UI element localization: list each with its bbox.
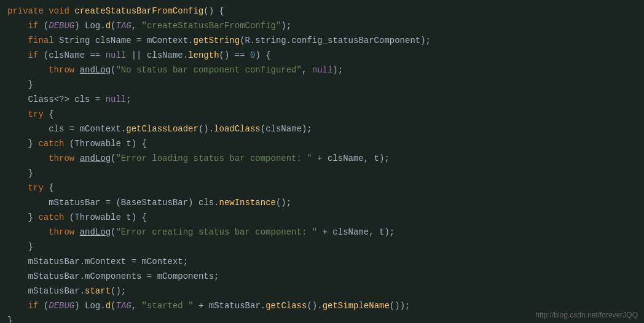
punct: {	[49, 107, 53, 121]
indent-1	[7, 19, 28, 33]
code-line-2: if ( DEBUG ) Log . d ( TAG , "createStat…	[0, 18, 644, 33]
punct: ) {	[132, 137, 147, 150]
close-brace5: }	[28, 240, 33, 254]
keyword-throw2: throw	[49, 152, 79, 165]
method-start: start	[85, 284, 111, 298]
keyword-if2: if	[28, 49, 44, 62]
andlog-method3: andLog	[80, 225, 111, 239]
cls-ref2: cls	[198, 196, 214, 209]
punct: );	[379, 152, 390, 165]
var-cls: cls	[74, 93, 95, 106]
indent-1	[7, 181, 28, 195]
op-plus3: +	[194, 299, 209, 313]
num-zero: 0	[250, 49, 255, 62]
code-editor: private void createStatusBarFromConfig (…	[0, 0, 644, 323]
r-string2: string	[255, 34, 286, 47]
method-length: length	[188, 49, 219, 62]
keyword-throw: throw	[49, 63, 79, 77]
punct: ;	[183, 255, 188, 268]
method-getsimplename: getSimpleName	[323, 299, 390, 313]
close-brace3: }	[28, 166, 33, 180]
debug-var2: DEBUG	[49, 299, 74, 313]
keyword-null3: null	[106, 93, 127, 106]
op-eq3: =	[69, 122, 80, 136]
punct: ());	[390, 299, 410, 313]
indent-1	[7, 49, 28, 62]
keyword-void: void	[49, 4, 74, 18]
punct: ().	[307, 299, 322, 313]
code-line-16: throw andLog ( "Error creating status ba…	[0, 225, 644, 239]
punct: );	[302, 122, 312, 136]
code-line-12: }	[0, 166, 644, 181]
type-basestatusbar: BaseStatusBar	[121, 196, 188, 209]
config-val: config_statusBarComponent	[291, 34, 420, 47]
punct: ();	[111, 284, 126, 298]
indent-2	[7, 225, 49, 239]
punct: (	[111, 299, 116, 313]
tag-var: TAG	[116, 19, 132, 33]
type-class: Class	[28, 93, 54, 106]
punct: (	[111, 63, 116, 77]
var-t: t	[126, 137, 131, 150]
method-loadclass: loadClass	[214, 122, 261, 136]
field-mcomponents: mComponents	[85, 270, 147, 283]
punct: )	[74, 299, 85, 313]
punct: ,	[302, 63, 312, 77]
indent-1	[7, 299, 28, 313]
string-started: "started "	[142, 299, 194, 313]
punct: .	[286, 34, 291, 47]
op-or: ||	[132, 49, 147, 62]
close-brace2: }	[28, 137, 39, 150]
punct: (	[69, 137, 74, 150]
punct: {	[49, 181, 53, 195]
code-line-18: mStatusBar . mContext = mContext ;	[0, 254, 644, 269]
code-line-20: mStatusBar . start ();	[0, 284, 644, 298]
punct: ,	[369, 225, 379, 239]
code-line-11: throw andLog ( "Error loading status bar…	[0, 151, 644, 166]
punct: )	[188, 196, 198, 209]
method-newinstance: newInstance	[219, 196, 276, 209]
clsname-ref5: clsName	[332, 225, 369, 239]
mcontext-ref: mContext	[80, 122, 121, 136]
punct: ,	[364, 152, 374, 165]
clsname-ref: clsName	[49, 49, 90, 62]
andlog-method: andLog	[80, 63, 111, 77]
punct: .	[100, 19, 105, 33]
code-line-1: private void createStatusBarFromConfig (…	[0, 4, 644, 18]
r-string: R	[245, 34, 250, 47]
op-eqeq: ==	[90, 49, 105, 62]
method-getclass: getClass	[265, 299, 307, 313]
punct: .	[121, 122, 126, 136]
punct: (	[111, 152, 116, 165]
mstatusbar-ref3: mStatusBar	[209, 299, 261, 313]
code-line-7: Class <?> cls = null ;	[0, 92, 644, 107]
andlog-method2: andLog	[80, 152, 111, 165]
code-line-10: } catch ( Throwable t ) {	[0, 136, 644, 151]
punct: ().	[198, 122, 214, 136]
code-line-9: cls = mContext . getClassLoader (). load…	[0, 122, 644, 136]
clsname-ref3: clsName	[265, 122, 302, 136]
punct: .	[80, 284, 85, 298]
clsname-ref4: clsName	[328, 152, 364, 165]
punct: ;	[126, 93, 131, 106]
punct: (	[111, 19, 116, 33]
punct: (	[116, 196, 120, 209]
keyword-catch2: catch	[38, 211, 69, 224]
indent-1	[7, 211, 28, 224]
punct: (	[44, 19, 49, 33]
code-line-3: final String clsName = mContext . getStr…	[0, 33, 644, 48]
punct: (	[44, 49, 49, 62]
keyword-try: try	[28, 107, 49, 121]
code-line-15: } catch ( Throwable t ) {	[0, 210, 644, 225]
mstatusbar-mcontext: mStatusBar	[28, 255, 80, 268]
indent-1	[7, 166, 28, 180]
punct: .	[80, 255, 85, 268]
punct: ,	[132, 19, 142, 33]
punct: );	[384, 225, 395, 239]
op-eq5: =	[132, 255, 142, 268]
punct: )	[74, 19, 85, 33]
watermark: http://blog.csdn.net/foreverJQQ	[535, 311, 638, 319]
keyword-null: null	[106, 49, 132, 62]
cls-ref: cls	[49, 122, 69, 136]
op-eq6: =	[147, 270, 157, 283]
